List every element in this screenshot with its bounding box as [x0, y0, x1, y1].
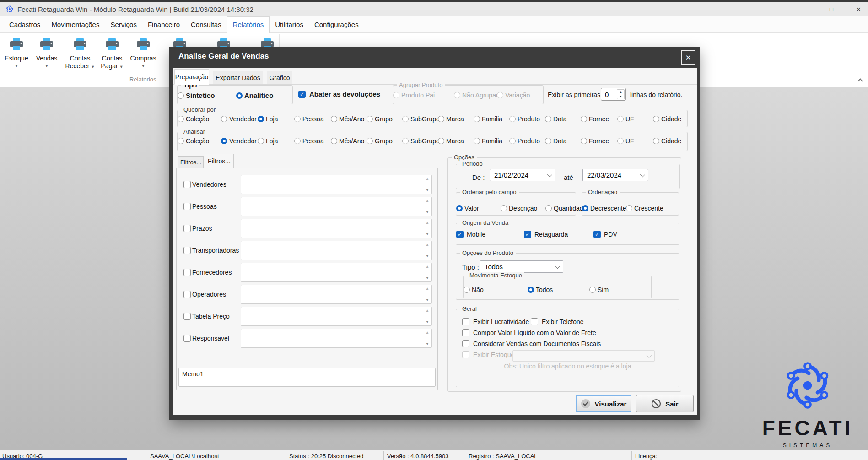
scroll-down-icon[interactable]: ▼: [426, 276, 429, 280]
checkbox-icon[interactable]: [183, 269, 191, 276]
periodo-ate-combobox[interactable]: 22/03/2024: [582, 169, 648, 181]
linhas-spinner[interactable]: 0 ▲▼: [601, 88, 626, 101]
radio-icon[interactable]: [221, 138, 227, 144]
considerar-vendas-row[interactable]: Considerar Vendas com Documentos Fiscais: [462, 340, 601, 347]
analisar-radio-item[interactable]: Vendedor: [221, 137, 257, 145]
checkbox-icon[interactable]: [183, 181, 191, 188]
scroll-up-icon[interactable]: ▲: [426, 265, 429, 269]
menu-item[interactable]: Financeiro: [142, 16, 185, 33]
analisar-radio-item[interactable]: UF: [617, 137, 634, 145]
filter-listbox[interactable]: ▲ ▼: [241, 307, 432, 326]
quebrar-radio-item[interactable]: Coleção: [178, 115, 209, 123]
checkbox-icon[interactable]: [183, 335, 191, 342]
analisar-radio-item[interactable]: SubGrupo: [402, 137, 440, 145]
scroll-down-icon[interactable]: ▼: [426, 320, 429, 324]
tipo-radio-item[interactable]: Analitico: [236, 92, 273, 99]
quebrar-radio-item[interactable]: Familia: [474, 115, 502, 123]
scroll-down-icon[interactable]: ▼: [426, 232, 429, 236]
filter-listbox[interactable]: ▲ ▼: [241, 175, 432, 194]
ordenar-radio-item[interactable]: Valor: [456, 205, 479, 212]
exibir-lucratividade-row[interactable]: Exibir Lucratividade: [462, 318, 529, 325]
menu-item[interactable]: Relatórios: [227, 16, 270, 33]
memo-textarea[interactable]: Memo1: [178, 368, 436, 387]
radio-icon[interactable]: [509, 138, 516, 144]
sair-button[interactable]: Sair: [636, 395, 694, 412]
scroll-down-icon[interactable]: ▼: [426, 210, 429, 214]
tab-grafico[interactable]: Grafico: [267, 71, 292, 85]
ordenar-radio-item[interactable]: Descrição: [501, 205, 537, 212]
radio-icon[interactable]: [617, 138, 624, 144]
radio-icon[interactable]: [545, 205, 552, 211]
quebrar-radio-item[interactable]: Produto: [509, 115, 540, 123]
tab-exportar-dados[interactable]: Exportar Dados: [213, 71, 263, 85]
radio-icon[interactable]: [653, 138, 659, 144]
analisar-radio-item[interactable]: Grupo: [367, 137, 393, 145]
tab-filtros-2[interactable]: Filtros...: [205, 154, 234, 168]
scroll-down-icon[interactable]: ▼: [426, 254, 429, 258]
radio-icon[interactable]: [581, 138, 587, 144]
checkbox-icon[interactable]: [456, 231, 464, 238]
quebrar-radio-item[interactable]: UF: [617, 115, 634, 123]
scroll-up-icon[interactable]: ▲: [426, 287, 429, 291]
visualizar-button[interactable]: Visualizar: [576, 395, 631, 412]
checkbox-icon[interactable]: [183, 203, 191, 210]
quebrar-radio-item[interactable]: SubGrupo: [402, 115, 440, 123]
radio-icon[interactable]: [582, 205, 588, 211]
quebrar-radio-item[interactable]: Data: [545, 115, 567, 123]
checkbox-checked-icon[interactable]: [298, 91, 306, 98]
abater-checkbox-row[interactable]: Abater as devoluções: [298, 90, 380, 98]
radio-icon[interactable]: [178, 92, 184, 99]
tab-preparacao[interactable]: Preparação: [174, 69, 209, 85]
quebrar-radio-item[interactable]: Grupo: [367, 115, 393, 123]
radio-icon[interactable]: [581, 116, 587, 122]
menu-item[interactable]: Utilitarios: [270, 16, 309, 33]
checkbox-icon[interactable]: [183, 225, 191, 232]
analisar-radio-item[interactable]: Mês/Ano: [331, 137, 364, 145]
spinner-arrows[interactable]: ▲▼: [617, 89, 625, 99]
radio-icon[interactable]: [545, 138, 551, 144]
analisar-radio-item[interactable]: Produto: [509, 137, 540, 145]
analisar-radio-item[interactable]: Coleção: [178, 137, 209, 145]
quebrar-radio-item[interactable]: Loja: [258, 115, 278, 123]
radio-icon[interactable]: [617, 116, 624, 122]
origem-checkbox-item[interactable]: PDV: [593, 231, 617, 238]
origem-checkbox-item[interactable]: Retaguarda: [524, 231, 568, 238]
radio-icon[interactable]: [653, 116, 659, 122]
quebrar-radio-item[interactable]: Cidade: [653, 115, 681, 123]
analisar-radio-item[interactable]: Fornec: [581, 137, 609, 145]
toolbar-report-button[interactable]: Contas Receber▼ ▼: [62, 38, 98, 70]
scroll-up-icon[interactable]: ▲: [426, 221, 429, 225]
radio-icon[interactable]: [178, 138, 184, 144]
collapse-ribbon-icon[interactable]: [857, 78, 864, 83]
ordenacao-radio-item[interactable]: Decrescente: [582, 205, 626, 212]
movimenta-radio-item[interactable]: Não: [464, 286, 484, 293]
scroll-up-icon[interactable]: ▲: [426, 243, 429, 247]
minimize-icon[interactable]: –: [793, 2, 814, 16]
radio-icon[interactable]: [258, 116, 264, 122]
quebrar-radio-item[interactable]: Pessoa: [294, 115, 324, 123]
window-close-icon[interactable]: ✕: [849, 2, 868, 16]
maximize-icon[interactable]: □: [821, 2, 842, 16]
checkbox-icon[interactable]: [462, 340, 469, 347]
exibir-telefone-row[interactable]: Exibir Telefone: [531, 318, 584, 325]
radio-icon[interactable]: [236, 92, 243, 99]
filter-listbox[interactable]: ▲ ▼: [241, 263, 432, 282]
toolbar-report-button[interactable]: Contas Pagar▼ ▼: [96, 38, 128, 70]
radio-icon[interactable]: [626, 205, 632, 211]
analisar-radio-item[interactable]: Data: [545, 137, 567, 145]
movimenta-radio-item[interactable]: Sim: [589, 286, 609, 293]
checkbox-icon[interactable]: [183, 313, 191, 320]
abater-label[interactable]: Abater as devoluções: [309, 90, 380, 98]
origem-checkbox-item[interactable]: Mobile: [456, 231, 485, 238]
scroll-up-icon[interactable]: ▲: [426, 177, 429, 181]
analisar-radio-item[interactable]: Cidade: [653, 137, 681, 145]
checkbox-icon[interactable]: [183, 247, 191, 254]
ordenar-radio-item[interactable]: Quantidade: [545, 205, 587, 212]
radio-icon[interactable]: [589, 287, 596, 293]
radio-icon[interactable]: [258, 138, 264, 144]
tab-filtros-1[interactable]: Filtros...: [178, 156, 204, 168]
analisar-radio-item[interactable]: Loja: [258, 137, 278, 145]
toolbar-report-button[interactable]: Compras ▼ ▼: [129, 38, 158, 68]
spin-up-icon[interactable]: ▲: [619, 90, 622, 94]
exibir-lucratividade-label[interactable]: Exibir Lucratividade: [473, 318, 529, 325]
